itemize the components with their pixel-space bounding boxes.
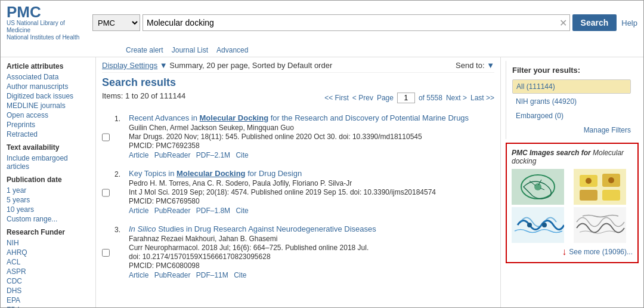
result-pubreader-link-3[interactable]: PubReader bbox=[154, 271, 191, 279]
sidebar-link-author-manuscripts[interactable]: Author manuscripts bbox=[7, 82, 89, 91]
sidebar-link-ahrq[interactable]: AHRQ bbox=[7, 248, 89, 257]
filter-title: Filter your results: bbox=[512, 66, 631, 75]
sidebar-link-include-embargoed[interactable]: Include embargoed articles bbox=[7, 154, 89, 171]
help-link[interactable]: Help bbox=[621, 19, 637, 27]
advanced-link[interactable]: Advanced bbox=[216, 46, 248, 54]
svg-rect-6 bbox=[580, 190, 597, 201]
pagination-first[interactable]: << First bbox=[324, 94, 349, 102]
see-more: ↓ See more (19096)... bbox=[512, 247, 633, 257]
sidebar-link-epa[interactable]: EPA bbox=[7, 296, 89, 304]
result-cite-link-3[interactable]: Cite bbox=[234, 271, 246, 279]
result-pmcid-2: PMCID: PMC6769580 bbox=[129, 197, 494, 205]
svg-point-8 bbox=[586, 178, 592, 184]
pmc-logo-sub2: Medicine bbox=[7, 27, 30, 34]
pagination-prev[interactable]: < Prev bbox=[352, 94, 373, 102]
result-checkbox-2[interactable] bbox=[102, 171, 110, 215]
svg-rect-13 bbox=[574, 207, 626, 243]
image-thumb-4[interactable] bbox=[574, 207, 626, 243]
page-input[interactable] bbox=[397, 93, 415, 103]
sidebar-link-open-access[interactable]: Open access bbox=[7, 111, 89, 119]
result-pubreader-link-2[interactable]: PubReader bbox=[154, 207, 191, 215]
result-journal-3: Curr Neuropharmacol. 2018 Jul; 16(6): 66… bbox=[129, 244, 494, 252]
search-input-wrap: ✕ bbox=[143, 14, 570, 31]
pmc-logo-sub1: US National Library of bbox=[7, 20, 65, 27]
sidebar-link-digitized-back-issues[interactable]: Digitized back issues bbox=[7, 92, 89, 100]
filter-panel: Filter your results: All (111144) NIH gr… bbox=[506, 61, 637, 139]
sidebar-link-cdc[interactable]: CDC bbox=[7, 277, 89, 285]
send-to-label: Send to: bbox=[456, 61, 484, 70]
filter-nih-link[interactable]: NIH grants (44920) bbox=[516, 97, 577, 106]
text-availability-title: Text availability bbox=[7, 143, 89, 152]
clear-search-button[interactable]: ✕ bbox=[557, 17, 569, 29]
send-to: Send to: ▼ bbox=[456, 61, 494, 70]
see-more-arrow-icon: ↓ bbox=[562, 247, 566, 257]
see-more-link[interactable]: See more (19096)... bbox=[569, 248, 633, 256]
pmc-logo-text: PMC bbox=[7, 4, 41, 20]
result-links-2: Article PubReader PDF–1.8M Cite bbox=[129, 207, 494, 215]
search-bar: PMC PubMed ✕ Search bbox=[92, 14, 617, 31]
sidebar-link-preprints[interactable]: Preprints bbox=[7, 121, 89, 129]
sidebar-link-1year[interactable]: 1 year bbox=[7, 186, 89, 195]
manage-filters: Manage Filters bbox=[512, 126, 631, 134]
result-body-3: In Silico Studies in Drug Research Again… bbox=[129, 224, 494, 279]
result-article-link-1[interactable]: Article bbox=[129, 151, 148, 159]
result-journal-1: Mar Drugs. 2020 Nov; 18(11): 545. Publis… bbox=[129, 133, 494, 141]
pagination: << First < Prev Page of 5558 Next > Last… bbox=[324, 93, 494, 103]
image-thumb-1[interactable] bbox=[512, 169, 564, 205]
results-count: Items: 1 to 20 of 111144 bbox=[102, 91, 185, 100]
result-title-1: Recent Advances in Molecular Docking for… bbox=[129, 113, 494, 122]
result-authors-3: Farahnaz Rezaei Makhouri, Jahan B. Ghase… bbox=[129, 235, 494, 243]
result-checkbox-3[interactable] bbox=[102, 226, 110, 279]
sidebar-link-custom-range[interactable]: Custom range... bbox=[7, 215, 89, 223]
database-select[interactable]: PMC PubMed bbox=[92, 14, 140, 31]
create-alert-link[interactable]: Create alert bbox=[126, 46, 163, 54]
result-link-1[interactable]: Recent Advances in Molecular Docking for… bbox=[129, 113, 469, 122]
filter-item-embargoed[interactable]: Embargoed (0) bbox=[512, 109, 631, 122]
result-pdf-link-2[interactable]: PDF–1.8M bbox=[196, 207, 230, 215]
main-content: Display Settings ▼ Summary, 20 per page,… bbox=[96, 57, 500, 308]
search-results-title: Search results bbox=[102, 76, 494, 89]
table-row: 1. Recent Advances in Molecular Docking … bbox=[102, 113, 494, 159]
image-thumb-2[interactable] bbox=[574, 169, 626, 205]
result-checkbox-1[interactable] bbox=[102, 115, 110, 159]
search-button[interactable]: Search bbox=[572, 14, 617, 31]
result-journal-2: Int J Mol Sci. 2019 Sep; 20(18): 4574. P… bbox=[129, 188, 494, 196]
sidebar-link-nih[interactable]: NIH bbox=[7, 239, 89, 247]
filter-item-nih[interactable]: NIH grants (44920) bbox=[512, 95, 631, 108]
result-link-2[interactable]: Key Topics in Molecular Docking for Drug… bbox=[129, 169, 302, 178]
svg-point-12 bbox=[542, 223, 547, 227]
result-pdf-link-1[interactable]: PDF–2.1M bbox=[196, 151, 230, 159]
search-input[interactable] bbox=[143, 18, 557, 27]
result-cite-link-1[interactable]: Cite bbox=[236, 151, 248, 159]
filter-item-all[interactable]: All (111144) bbox=[512, 79, 631, 94]
result-pdf-link-3[interactable]: PDF–11M bbox=[196, 271, 228, 279]
sidebar-link-acl[interactable]: ACL bbox=[7, 258, 89, 266]
filter-all-link[interactable]: All (111144) bbox=[516, 82, 555, 91]
display-settings-link[interactable]: Display Settings bbox=[102, 61, 157, 70]
result-pubreader-link-1[interactable]: PubReader bbox=[154, 151, 191, 159]
result-article-link-2[interactable]: Article bbox=[129, 207, 148, 215]
filter-embargoed-link[interactable]: Embargoed (0) bbox=[516, 112, 564, 120]
result-cite-link-2[interactable]: Cite bbox=[236, 207, 248, 215]
image-thumb-3[interactable] bbox=[512, 207, 564, 243]
pagination-next[interactable]: Next > bbox=[446, 94, 467, 102]
sidebar-link-fda[interactable]: FDA bbox=[7, 306, 89, 308]
result-body-2: Key Topics in Molecular Docking for Drug… bbox=[129, 169, 494, 215]
sidebar-link-retracted[interactable]: Retracted bbox=[7, 130, 89, 138]
sidebar-link-aspr[interactable]: ASPR bbox=[7, 267, 89, 276]
result-article-link-3[interactable]: Article bbox=[129, 271, 148, 279]
pagination-last[interactable]: Last >> bbox=[470, 94, 494, 102]
result-pmcid-3: PMCID: PMC6080098 bbox=[129, 261, 494, 270]
sidebar-link-dhs[interactable]: DHS bbox=[7, 287, 89, 295]
sidebar-link-5years[interactable]: 5 years bbox=[7, 196, 89, 204]
svg-rect-7 bbox=[602, 190, 620, 201]
result-links-3: Article PubReader PDF–11M Cite bbox=[129, 271, 494, 279]
sidebar-link-10years[interactable]: 10 years bbox=[7, 205, 89, 214]
research-funder-title: Research Funder bbox=[7, 228, 89, 236]
sidebar-link-medline-journals[interactable]: MEDLINE journals bbox=[7, 101, 89, 110]
sidebar-link-associated-data[interactable]: Associated Data bbox=[7, 73, 89, 81]
manage-filters-link[interactable]: Manage Filters bbox=[584, 126, 631, 134]
svg-rect-10 bbox=[512, 207, 564, 243]
result-link-3[interactable]: In Silico Studies in Drug Research Again… bbox=[129, 224, 376, 233]
journal-list-link[interactable]: Journal List bbox=[172, 46, 208, 54]
